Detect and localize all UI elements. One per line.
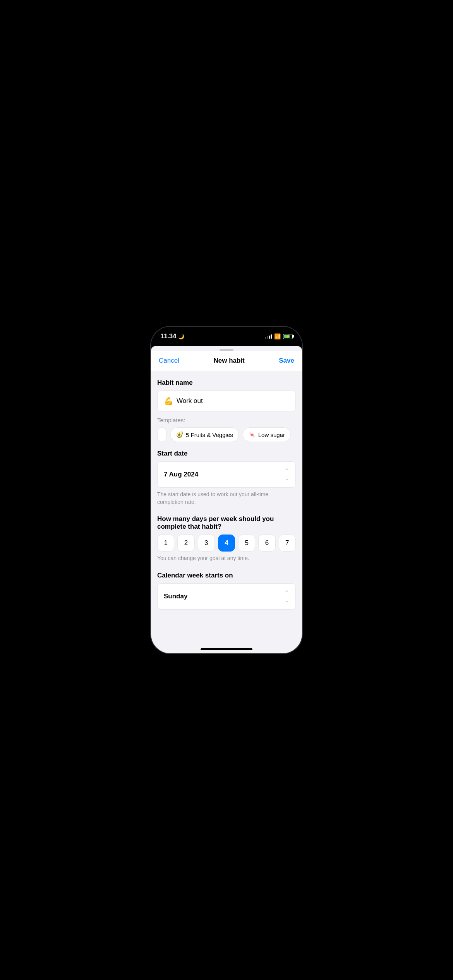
day-btn-3[interactable]: 3 <box>198 535 215 552</box>
date-chevron-icon: ⌃⌄ <box>284 467 289 482</box>
wifi-icon: 📶 <box>274 333 281 339</box>
templates-row: 🥑 5 Fruits & Veggies 🍬 Low sugar <box>151 427 302 442</box>
day-btn-4[interactable]: 4 <box>218 535 235 552</box>
start-date-helper: The start date is used to work out your … <box>157 491 296 506</box>
days-per-week-row: 1 2 3 4 5 6 7 <box>151 535 302 552</box>
moon-icon: 🌙 <box>178 334 184 339</box>
start-date-picker[interactable]: 7 Aug 2024 ⌃⌄ <box>157 461 296 488</box>
habit-name-input-row[interactable]: 💪 Work out <box>157 391 296 411</box>
calendar-week-label: Calendar week starts on <box>157 572 296 579</box>
template-chip-fruits[interactable]: 🥑 5 Fruits & Veggies <box>170 427 239 442</box>
day-btn-2[interactable]: 2 <box>177 535 194 552</box>
status-icons: 📶 ⚡ <box>265 333 293 339</box>
content-scroll[interactable]: Habit name 💪 Work out Templates: 🥑 5 Fru… <box>151 371 302 648</box>
battery-icon: ⚡ <box>283 334 293 339</box>
sheet-container: Cancel New habit Save Habit name 💪 Work … <box>151 346 302 653</box>
templates-label: Templates: <box>157 417 296 423</box>
habit-name-label: Habit name <box>157 379 296 387</box>
template-chip-partial <box>157 427 166 442</box>
signal-bar-2 <box>267 336 268 339</box>
start-date-value: 7 Aug 2024 <box>164 471 198 478</box>
save-button[interactable]: Save <box>279 357 294 365</box>
calendar-week-value: Sunday <box>164 593 187 600</box>
day-btn-7[interactable]: 7 <box>279 535 296 552</box>
cancel-button[interactable]: Cancel <box>159 357 179 365</box>
day-btn-6[interactable]: 6 <box>258 535 275 552</box>
days-per-week-label: How many days per week should you comple… <box>157 515 296 531</box>
signal-bar-4 <box>271 334 272 339</box>
calendar-week-picker[interactable]: Sunday ⌃⌄ <box>157 583 296 610</box>
signal-bars <box>265 334 272 339</box>
template-chip-sugar[interactable]: 🍬 Low sugar <box>243 427 291 442</box>
signal-bar-1 <box>265 337 266 339</box>
signal-bar-3 <box>269 336 270 339</box>
habit-emoji: 💪 <box>164 396 173 406</box>
template-label-sugar: Low sugar <box>258 432 285 438</box>
start-date-label: Start date <box>157 450 296 457</box>
status-bar: 11.34 🌙 📶 ⚡ <box>151 327 302 346</box>
days-helper: You can change your goal at any time. <box>157 555 296 562</box>
phone-frame: 11.34 🌙 📶 ⚡ Cancel New habit <box>151 327 302 653</box>
day-btn-5[interactable]: 5 <box>238 535 255 552</box>
sheet-header: Cancel New habit Save <box>151 351 302 371</box>
template-label-fruits: 5 Fruits & Veggies <box>186 432 233 438</box>
calendar-week-chevron-icon: ⌃⌄ <box>284 589 289 604</box>
status-time: 11.34 <box>160 332 176 340</box>
home-indicator <box>201 648 252 650</box>
day-btn-1[interactable]: 1 <box>157 535 174 552</box>
page-title: New habit <box>213 357 244 365</box>
template-emoji-fruits: 🥑 <box>176 431 184 438</box>
template-emoji-sugar: 🍬 <box>249 431 256 438</box>
habit-name-value: Work out <box>177 397 203 405</box>
